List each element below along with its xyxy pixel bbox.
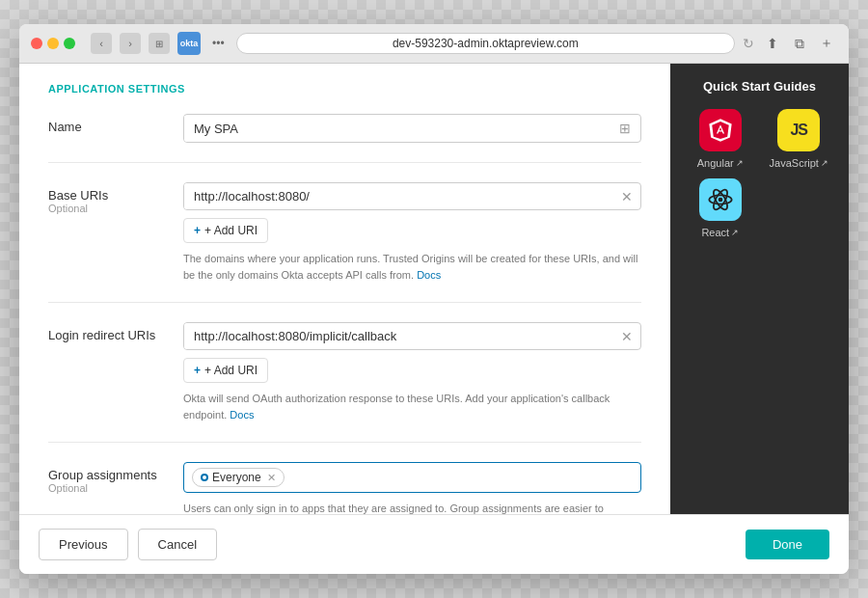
refresh-button[interactable]: ↻ xyxy=(743,36,754,51)
more-button[interactable]: ••• xyxy=(208,35,229,52)
javascript-label: JavaScript ↗ xyxy=(770,157,828,169)
angular-label: Angular ↗ xyxy=(697,157,744,169)
section-title: APPLICATION SETTINGS xyxy=(48,83,641,95)
login-redirect-input[interactable] xyxy=(184,323,613,349)
qs-javascript[interactable]: JS JavaScript ↗ xyxy=(765,109,834,169)
login-redirect-docs-link[interactable]: Docs xyxy=(230,409,254,421)
cancel-button[interactable]: Cancel xyxy=(138,529,217,560)
done-button[interactable]: Done xyxy=(746,530,829,559)
base-uri-helper: The domains where your application runs.… xyxy=(183,251,641,283)
login-redirect-field: ✕ + + Add URI Okta will send OAuth autho… xyxy=(183,322,641,422)
tab-icon: okta xyxy=(177,32,201,55)
base-uri-docs-link[interactable]: Docs xyxy=(417,269,441,281)
qs-angular[interactable]: Angular ↗ xyxy=(686,109,755,169)
quick-start-grid: Angular ↗ JS JavaScript ↗ xyxy=(686,109,833,238)
base-uris-label: Base URIs Optional xyxy=(48,182,183,214)
add-uri-label-2: + Add URI xyxy=(204,364,258,377)
login-redirect-helper: Okta will send OAuth authorization respo… xyxy=(183,391,641,422)
tag-label: Everyone xyxy=(212,471,261,484)
browser-toolbar: ‹ › ⊞ okta ••• dev-593230-admin.oktaprev… xyxy=(19,24,849,64)
previous-button[interactable]: Previous xyxy=(39,529,128,560)
remove-tag-button[interactable]: ✕ xyxy=(267,472,276,484)
svg-point-0 xyxy=(718,198,722,203)
new-tab-button[interactable]: ⧉ xyxy=(789,33,810,54)
close-button[interactable] xyxy=(31,38,42,49)
react-label: React ↗ xyxy=(701,227,739,238)
quick-start-title: Quick Start Guides xyxy=(686,79,833,94)
main-content: APPLICATION SETTINGS Name ⊞ xyxy=(19,64,670,514)
traffic-lights xyxy=(31,38,75,49)
name-field: ⊞ xyxy=(183,114,641,143)
name-row: Name ⊞ xyxy=(48,114,641,143)
everyone-tag[interactable]: Everyone ✕ xyxy=(192,468,285,487)
minimize-button[interactable] xyxy=(47,38,59,49)
login-redirect-label: Login redirect URIs xyxy=(48,322,183,342)
plus-icon-2: + xyxy=(194,364,201,377)
add-button[interactable]: ＋ xyxy=(816,33,837,54)
group-label: Group assignments Optional xyxy=(48,462,183,494)
group-assignments-row: Group assignments Optional Everyone ✕ xyxy=(48,462,641,514)
bottom-bar: Previous Cancel Done xyxy=(19,514,849,574)
name-input-wrapper: ⊞ xyxy=(183,114,641,143)
base-uri-input[interactable] xyxy=(184,183,613,209)
login-redirect-input-wrapper: ✕ xyxy=(183,322,641,350)
browser-window: ‹ › ⊞ okta ••• dev-593230-admin.oktaprev… xyxy=(19,24,849,574)
group-field: Everyone ✕ Users can only sign in to app… xyxy=(183,462,641,514)
address-bar[interactable]: dev-593230-admin.oktapreview.com xyxy=(236,33,735,54)
name-label: Name xyxy=(48,114,183,134)
add-login-redirect-button[interactable]: + + Add URI xyxy=(183,358,268,383)
tag-dot xyxy=(201,474,208,481)
grid-icon: ⊞ xyxy=(610,115,640,142)
tab-view-button[interactable]: ⊞ xyxy=(149,33,170,54)
plus-icon: + xyxy=(194,224,201,237)
base-uris-field: ✕ + + Add URI The domains where your app… xyxy=(183,182,641,283)
login-redirect-row: Login redirect URIs ✕ + + Add URI Okta w… xyxy=(48,322,641,422)
divider-3 xyxy=(48,442,641,443)
angular-icon xyxy=(699,109,742,151)
divider-1 xyxy=(48,162,641,163)
base-uris-row: Base URIs Optional ✕ + + Add URI xyxy=(48,182,641,283)
javascript-icon: JS xyxy=(777,109,820,151)
base-uri-input-wrapper: ✕ xyxy=(183,182,641,210)
forward-button[interactable]: › xyxy=(120,33,141,54)
group-helper: Users can only sign in to apps that they… xyxy=(183,501,641,514)
quick-start-panel: Quick Start Guides Angular ↗ xyxy=(670,64,849,514)
qs-react[interactable]: React ↗ xyxy=(686,178,755,238)
browser-content: APPLICATION SETTINGS Name ⊞ xyxy=(19,64,849,514)
react-icon xyxy=(699,178,742,221)
clear-login-redirect-button[interactable]: ✕ xyxy=(613,325,640,348)
name-input[interactable] xyxy=(184,116,610,142)
share-button[interactable]: ⬆ xyxy=(762,33,783,54)
clear-base-uri-button[interactable]: ✕ xyxy=(613,185,640,208)
maximize-button[interactable] xyxy=(64,38,75,49)
toolbar-actions: ⬆ ⧉ ＋ xyxy=(762,33,837,54)
divider-2 xyxy=(48,302,641,303)
group-tag-input[interactable]: Everyone ✕ xyxy=(183,462,641,493)
back-button[interactable]: ‹ xyxy=(91,33,112,54)
add-uri-label: + Add URI xyxy=(204,224,258,237)
add-base-uri-button[interactable]: + + Add URI xyxy=(183,218,268,243)
